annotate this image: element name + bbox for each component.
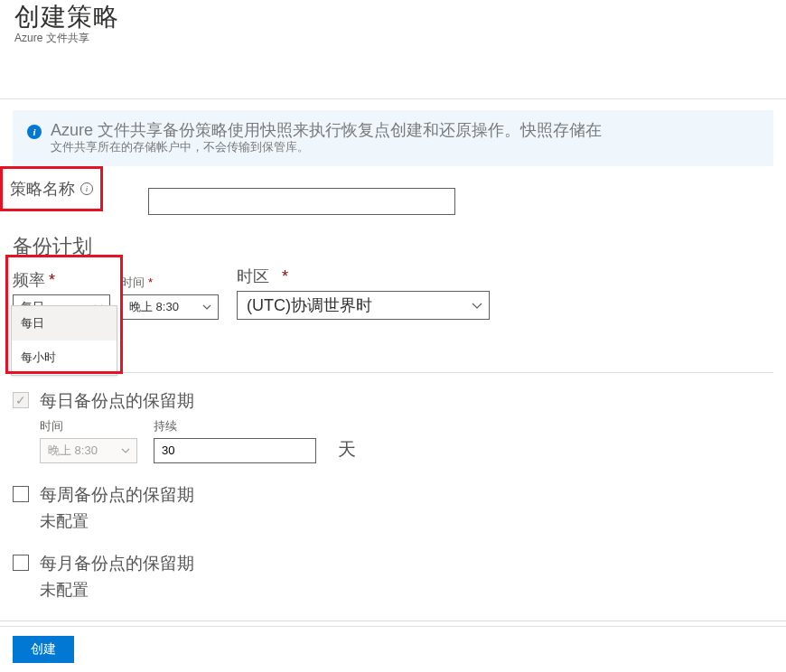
info-icon[interactable]: i	[80, 182, 93, 195]
frequency-option-hourly[interactable]: 每小时	[12, 341, 117, 375]
time-select[interactable]: 晚上 8:30	[121, 294, 219, 320]
info-banner: i Azure 文件共享备份策略使用快照来执行恢复点创建和还原操作。快照存储在 …	[13, 110, 773, 166]
backup-schedule-title: 备份计划	[13, 233, 773, 260]
monthly-retention-title: 每月备份点的保留期	[40, 552, 773, 575]
page-title: 创建策略	[14, 0, 772, 34]
daily-time-select: 晚上 8:30	[40, 438, 137, 463]
duration-unit: 天	[338, 437, 356, 463]
weekly-retention-title: 每周备份点的保留期	[40, 483, 773, 507]
info-text-line1: Azure 文件共享备份策略使用快照来执行恢复点创建和还原操作。快照存储在	[51, 121, 602, 141]
chevron-down-icon	[201, 302, 212, 313]
daily-retention-checkbox	[13, 392, 29, 408]
timezone-select[interactable]: (UTC)协调世界时	[237, 291, 490, 320]
frequency-label: 频率*	[13, 269, 110, 291]
weekly-retention-checkbox[interactable]	[13, 486, 29, 502]
policy-name-highlight: 策略名称 i	[0, 166, 103, 211]
monthly-retention-checkbox[interactable]	[13, 555, 29, 571]
monthly-retention-status: 未配置	[40, 579, 773, 601]
chevron-down-icon	[471, 299, 483, 312]
timezone-label: 时区*	[237, 266, 490, 287]
duration-input[interactable]	[154, 438, 316, 463]
info-icon: i	[27, 125, 42, 139]
create-button[interactable]: 创建	[13, 636, 74, 663]
duration-label: 持续	[154, 418, 316, 434]
frequency-dropdown: 每日 每小时	[11, 305, 117, 376]
policy-name-input[interactable]	[148, 188, 455, 215]
daily-retention-title: 每日备份点的保留期	[40, 389, 773, 413]
weekly-retention-status: 未配置	[40, 510, 773, 532]
daily-time-label: 时间	[40, 418, 137, 434]
policy-name-label: 策略名称 i	[10, 178, 93, 200]
frequency-option-daily[interactable]: 每日	[12, 306, 117, 341]
info-text-line2: 文件共享所在的存储帐户中，不会传输到保管库。	[51, 139, 602, 155]
chevron-down-icon	[120, 445, 131, 456]
page-subtitle: Azure 文件共享	[14, 31, 772, 46]
time-label: 时间*	[121, 275, 219, 291]
